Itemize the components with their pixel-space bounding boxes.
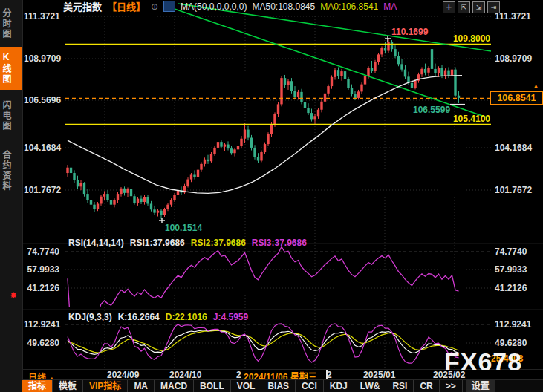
kdj-axis-label-left: 49.6280: [24, 338, 59, 348]
tab-vip-indicator[interactable]: VIP指标: [83, 380, 128, 392]
period-label: 【日线】: [107, 0, 146, 13]
tab-settings[interactable]: 设置: [466, 380, 495, 392]
tab-cci[interactable]: CCI: [296, 380, 324, 392]
kdj-d-value: D:22.1016: [166, 312, 207, 322]
tab-rsi[interactable]: RSI: [386, 380, 414, 392]
tab-macd[interactable]: MACD: [155, 380, 194, 392]
window-tools: ✛ ⇱ ⇲ ⇥: [443, 1, 500, 13]
kdj-axis-label-right: 112.9241: [495, 319, 531, 330]
tab-lw[interactable]: LW&: [354, 380, 387, 392]
rsi1-value: RSI1:37.9686: [130, 238, 185, 248]
price-annotation: 109.8000: [453, 33, 490, 44]
price-axis-label-right: 108.9709: [495, 53, 532, 64]
tab-kdj[interactable]: KDJ: [324, 380, 354, 392]
ma0-value: MA0:106.8541: [320, 1, 378, 12]
kdj-header: KDJ(9,3,3) K:16.2664 D:22.1016 J:4.5959: [68, 312, 248, 322]
price-annotation: 105.4100: [453, 114, 490, 124]
price-axis-label-left: 111.3721: [24, 11, 59, 22]
chart-canvas[interactable]: [0, 0, 543, 392]
price-axis-label-right: 104.1684: [495, 143, 532, 153]
rsi-params: RSI(14,14,14): [68, 238, 124, 248]
tab-more[interactable]: >>: [440, 380, 463, 392]
tab-indicator[interactable]: 指标: [22, 380, 53, 392]
move-tool-icon[interactable]: ✛: [443, 1, 455, 13]
rsi-axis-label-right: 57.9933: [495, 264, 527, 275]
price-axis-label-left: 106.5696: [24, 95, 59, 105]
symbol-title: 美元指数: [63, 0, 102, 13]
kdj-j-value: J:4.5959: [213, 312, 248, 322]
chart-header: 美元指数 【日线】 ⊕ MA(50,0,0,0,0,0) MA50:108.08…: [63, 1, 397, 12]
rsi-axis-label-left: 41.2126: [24, 283, 59, 293]
sidebar-item-time-chart[interactable]: 分时图: [0, 4, 22, 44]
price-annotation: 110.1699: [391, 27, 428, 37]
add-overlay-icon[interactable]: ⊕: [151, 1, 158, 12]
tab-boll[interactable]: BOLL: [194, 380, 231, 392]
app-window: 分时图 K线图 闪电图 合约资料 ✸ 美元指数 【日线】 ⊕ MA(50,0,0…: [0, 0, 543, 392]
rsi-axis-label-right: 74.7740: [495, 246, 527, 257]
price-up-arrow-icon: ▲: [533, 82, 539, 90]
tab-template[interactable]: 模板: [53, 380, 83, 392]
ma-settings-label: MA(50,0,0,0,0,0): [181, 1, 247, 12]
tab-vol[interactable]: VOL: [231, 380, 262, 392]
sidebar-item-flash-chart[interactable]: 闪电图: [0, 94, 22, 137]
rsi-axis-label-right: 41.2126: [495, 283, 527, 293]
alert-icon[interactable]: ✸: [10, 290, 17, 301]
price-axis-label-left: 104.1684: [24, 143, 59, 153]
ma-more-label: MA: [383, 1, 397, 12]
kdj-params: KDJ(9,3,3): [68, 312, 112, 322]
rsi-header: RSI(14,14,14) RSI1:37.9686 RSI2:37.9686 …: [68, 238, 307, 248]
price-axis-label-right: 111.3721: [495, 11, 531, 22]
left-sidebar: 分时图 K线图 闪电图 合约资料 ✸: [0, 0, 23, 392]
rsi-axis-label-left: 57.9933: [24, 264, 59, 275]
current-price-badge: 106.8541: [490, 91, 543, 105]
indicator-toolbar: 指标 模板 VIP指标 MA MACD BOLL VOL BIAS CCI KD…: [22, 379, 543, 392]
price-axis-label-right: 101.7672: [495, 185, 532, 195]
axis-cursor: [326, 370, 328, 379]
watermark-logo: FX678: [444, 347, 522, 376]
rsi-axis-label-left: 74.7740: [24, 246, 59, 257]
chart-type-icon[interactable]: [163, 1, 175, 12]
ma50-value: MA50:108.0845: [252, 1, 315, 12]
kdj-axis-label-right: 49.6280: [495, 338, 527, 348]
price-annotation: 100.1514: [165, 223, 202, 233]
tab-cr[interactable]: CR: [414, 380, 439, 392]
sidebar-item-contract-info[interactable]: 合约资料: [0, 142, 22, 200]
sidebar-item-candle-chart[interactable]: K线图: [0, 47, 22, 90]
price-annotation: 106.5599: [413, 105, 450, 115]
price-axis-label-left: 108.9709: [24, 53, 59, 64]
rsi3-value: RSI3:37.9686: [252, 238, 307, 248]
kdj-k-value: K:16.2664: [118, 312, 160, 322]
kdj-axis-label-left: 112.9241: [24, 319, 59, 330]
page-right-icon[interactable]: ⇥: [487, 1, 500, 13]
scroll-chart-icon[interactable]: ⇲: [472, 1, 485, 13]
tab-ma[interactable]: MA: [128, 380, 155, 392]
tab-bias[interactable]: BIAS: [261, 380, 296, 392]
rsi2-value: RSI2:37.9686: [191, 238, 246, 248]
scale-axis-icon[interactable]: ⇱: [458, 1, 470, 13]
price-axis-label-left: 101.7672: [24, 185, 59, 195]
date-tooltip: 2024/11/06 星期三: [241, 370, 319, 380]
